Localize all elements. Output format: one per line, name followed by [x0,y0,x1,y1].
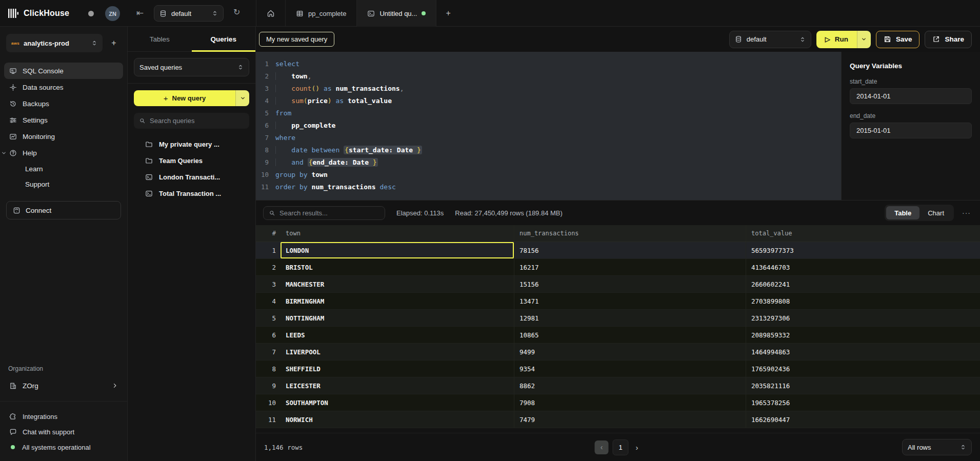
table-cell[interactable]: 7479 [514,411,746,428]
table-row[interactable]: 2BRISTOL162174136446703 [256,259,980,276]
saved-queries-select[interactable]: Saved queries [134,58,249,76]
table-cell[interactable]: LIVERPOOL [281,344,514,360]
table-cell[interactable]: 1464994863 [746,344,980,360]
table-row[interactable]: 5NOTTINGHAM129812313297306 [256,310,980,327]
table-row[interactable]: 7LIVERPOOL94991464994863 [256,344,980,360]
table-cell[interactable]: 2089859332 [746,327,980,343]
new-query-dropdown-button[interactable] [235,90,249,106]
code-line[interactable]: 8 date between {start_date: Date } [256,144,841,156]
table-cell[interactable]: 13471 [514,293,746,309]
table-cell[interactable]: 56593977373 [746,242,980,258]
run-button[interactable]: ▷ Run [816,31,871,48]
sidebar-item-help[interactable]: Help [4,145,123,161]
sidebar-item-learn[interactable]: Learn [4,161,123,176]
save-button[interactable]: Save [876,31,920,48]
system-status-link[interactable]: All systems operational [4,439,123,455]
tab-tables[interactable]: Tables [128,27,192,51]
sidebar-item-settings[interactable]: Settings [4,112,123,128]
table-cell[interactable]: SHEFFIELD [281,360,514,377]
code-line[interactable]: 2 town, [256,70,841,83]
column-header[interactable]: town [281,225,514,242]
column-header[interactable]: # [256,225,281,242]
table-cell[interactable]: 1765902436 [746,360,980,377]
code-line[interactable]: 9 and {end_date: Date } [256,156,841,169]
table-row[interactable]: 8SHEFFIELD93541765902436 [256,360,980,377]
active-saved-query-chip[interactable]: My new saved query [259,32,334,47]
previous-page-button[interactable]: ‹ [595,440,609,454]
code-line[interactable]: 3 count() as num_transactions, [256,83,841,95]
table-cell[interactable]: 9354 [514,360,746,377]
column-header[interactable]: num_transactions [514,225,746,242]
saved-query-item[interactable]: London Transacti... [134,169,249,185]
start-date-input[interactable] [850,88,972,104]
connect-button[interactable]: Connect [6,201,121,219]
notification-dot[interactable] [88,11,94,16]
table-row[interactable]: 1LONDON7815656593977373 [256,242,980,259]
column-header[interactable]: total_value [746,225,980,242]
view-toggle-chart[interactable]: Chart [919,206,952,219]
page-size-select[interactable]: All rows [902,439,972,455]
tab-queries[interactable]: Queries [192,27,256,51]
queries-search-input[interactable] [150,117,244,125]
table-cell[interactable]: 7908 [514,394,746,411]
queries-search[interactable] [134,113,249,129]
query-parameter[interactable]: {end_date: Date } [308,158,378,167]
folder-item[interactable]: My private query ... [134,136,249,152]
avatar[interactable]: ZN [105,6,120,21]
code-line[interactable]: 6 pp_complete [256,119,841,132]
topbar-database-select[interactable]: default [154,5,224,22]
table-cell[interactable]: LEEDS [281,327,514,343]
table-row[interactable]: 3MANCHESTER151562660602241 [256,276,980,293]
table-cell[interactable]: BIRMINGHAM [281,293,514,309]
end-date-input[interactable] [850,123,972,138]
sidebar-item-sql-console[interactable]: SQL Console [4,63,123,79]
refresh-icon[interactable]: ↻ [233,7,240,17]
more-options-icon[interactable]: ··· [960,209,973,217]
next-page-button[interactable]: › [633,443,642,452]
table-cell[interactable]: 9499 [514,344,746,360]
code-line[interactable]: 1select [256,58,841,70]
table-cell[interactable]: 78156 [514,242,746,258]
saved-query-item[interactable]: Total Transaction ... [134,185,249,202]
editor-database-select[interactable]: default [729,31,811,48]
table-cell[interactable]: 2703899808 [746,293,980,309]
selected-cell[interactable]: LONDON [281,242,514,258]
sidebar-item-support[interactable]: Support [4,176,123,192]
run-options-button[interactable] [857,31,871,48]
code-line[interactable]: 7where [256,132,841,144]
table-cell[interactable]: 1965378256 [746,394,980,411]
table-cell[interactable]: NOTTINGHAM [281,310,514,326]
table-row[interactable]: 9LEICESTER88622035821116 [256,377,980,394]
table-row[interactable]: 6LEEDS108652089859332 [256,327,980,344]
code-line[interactable]: 5from [256,107,841,119]
code-line[interactable]: 11order by num_transactions desc [256,181,841,193]
folder-item[interactable]: Team Queries [134,152,249,169]
organization-switcher[interactable]: ZOrg [4,377,123,394]
table-cell[interactable]: 1662690447 [746,411,980,428]
tab-untitled-query[interactable]: Untitled qu... [357,0,436,27]
new-tab-button[interactable]: + [436,0,459,27]
sql-editor[interactable]: 1select2 town,3 count() as num_transacti… [256,52,841,200]
table-row[interactable]: 4BIRMINGHAM134712703899808 [256,293,980,310]
table-row[interactable]: 10SOUTHAMPTON79081965378256 [256,394,980,411]
collapse-sidebar-icon[interactable]: ⇤ [136,8,144,18]
integrations-link[interactable]: Integrations [4,409,123,424]
table-cell[interactable]: 2660602241 [746,276,980,292]
share-button[interactable]: Share [925,31,972,48]
workspace-select[interactable]: aws analytics-prod [6,34,103,52]
query-parameter[interactable]: {start_date: Date } [344,146,422,154]
code-line[interactable]: 10group by town [256,169,841,181]
table-cell[interactable]: 15156 [514,276,746,292]
table-cell[interactable]: 10865 [514,327,746,343]
current-page[interactable]: 1 [613,439,629,455]
table-cell[interactable]: BRISTOL [281,259,514,275]
chat-support-link[interactable]: Chat with support [4,424,123,439]
table-cell[interactable]: 2035821116 [746,377,980,394]
add-service-button[interactable]: + [107,38,121,48]
table-row[interactable]: 11NORWICH74791662690447 [256,411,980,428]
results-search-input[interactable] [279,209,379,217]
sidebar-item-data-sources[interactable]: Data sources [4,79,123,95]
table-cell[interactable]: SOUTHAMPTON [281,394,514,411]
view-toggle-table[interactable]: Table [886,206,919,219]
results-search[interactable] [263,206,385,220]
